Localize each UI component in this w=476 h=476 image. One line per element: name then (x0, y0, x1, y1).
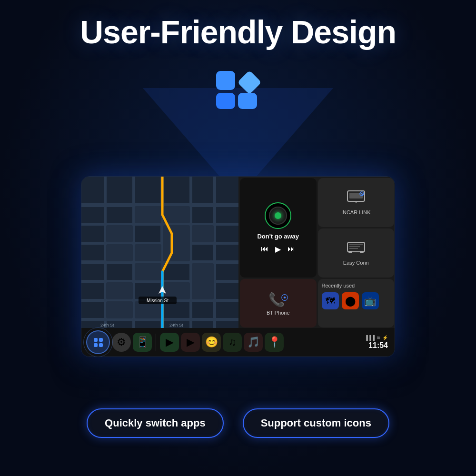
taskbar-nav[interactable]: 📍 (265, 333, 284, 352)
taskbar-settings[interactable]: ⚙ (112, 333, 131, 352)
spotify-dot (275, 212, 281, 219)
easy-conn-icon (347, 240, 366, 258)
svg-rect-19 (135, 206, 161, 223)
track-name: Don't go away (257, 233, 299, 240)
svg-rect-1 (238, 70, 262, 95)
recent-apps-list: 🗺 ⬤ 📺 (322, 292, 391, 309)
easy-conn-label: Easy Conn (343, 260, 369, 266)
svg-rect-22 (163, 225, 190, 261)
wifi-icon: ≋ (377, 335, 380, 340)
bt-phone-label: BT Phone (267, 310, 290, 316)
recent-app-chrome[interactable]: ⬤ (342, 292, 359, 309)
easy-conn-card[interactable]: Easy Conn (318, 228, 395, 278)
media-controls: ⏮ ▶ ⏭ (261, 245, 295, 254)
home-dot-4 (99, 343, 103, 347)
home-grid-icon (94, 338, 103, 347)
spotify-inner (269, 207, 287, 225)
svg-text:Mission St: Mission St (147, 298, 169, 303)
play-button[interactable]: ▶ (275, 245, 281, 254)
svg-rect-20 (135, 244, 161, 261)
incar-label: INCAR LINK (341, 209, 371, 215)
svg-rect-27 (192, 263, 214, 299)
taskbar-youtube[interactable]: ▶ (181, 333, 200, 352)
spotify-card: Don't go away ⏮ ▶ ⏭ (240, 178, 317, 278)
car-screen: Mission St 24th St 24th St Don't go away… (81, 176, 395, 357)
incar-card[interactable]: INCAR LINK (318, 178, 395, 227)
feature-badges-row: Quickly switch apps Support custom icons (0, 408, 476, 438)
bluetooth-icon: ⚡ (382, 335, 388, 340)
recent-app-tv[interactable]: 📺 (362, 292, 379, 309)
home-dot-3 (94, 343, 98, 347)
svg-rect-25 (135, 263, 161, 280)
home-dot-1 (94, 338, 98, 342)
home-button[interactable] (86, 330, 110, 354)
bt-icon-wrap: 📞 ⦿ (268, 291, 288, 308)
right-panel: Don't go away ⏮ ▶ ⏭ INCAR LINK (238, 177, 395, 329)
app-grid-icon (214, 69, 262, 111)
svg-rect-2 (216, 93, 235, 109)
svg-rect-18 (106, 244, 133, 261)
svg-rect-24 (106, 282, 133, 299)
taskbar-screen-mirror[interactable]: 📱 (133, 333, 152, 352)
next-button[interactable]: ⏭ (288, 245, 295, 253)
svg-rect-41 (347, 242, 365, 252)
svg-rect-45 (348, 251, 352, 253)
incar-icon (347, 190, 366, 208)
status-icons: ▐▐▐ ≋ ⚡ (365, 335, 388, 340)
recently-used-label: Recently used (322, 283, 391, 288)
svg-rect-17 (106, 225, 133, 242)
clock-display: 11:54 (368, 341, 388, 350)
map-svg: Mission St 24th St 24th St (81, 177, 238, 329)
svg-text:⦿: ⦿ (281, 294, 288, 302)
logo-container (214, 69, 262, 111)
taskbar-play-store[interactable]: ▶ (160, 333, 179, 352)
quickly-switch-badge: Quickly switch apps (87, 408, 224, 438)
bt-phone-card[interactable]: 📞 ⦿ BT Phone (240, 279, 317, 327)
page-title: User-Friendly Design (0, 13, 476, 50)
taskbar-emoji[interactable]: 😊 (202, 333, 221, 352)
taskbar: ⚙ 📱 ▶ ▶ 😊 ♫ 🎵 📍 ▐▐▐ ≋ ⚡ 11:54 (81, 328, 395, 357)
recent-app-maps[interactable]: 🗺 (322, 292, 339, 309)
recently-used-card: Recently used 🗺 ⬤ 📺 (318, 279, 395, 327)
map-area: Mission St 24th St 24th St (81, 177, 238, 329)
taskbar-music[interactable]: 🎵 (244, 333, 263, 352)
svg-rect-3 (238, 93, 257, 109)
home-dot-2 (99, 338, 103, 342)
svg-rect-46 (360, 251, 364, 253)
custom-icons-badge: Support custom icons (243, 408, 389, 438)
prev-button[interactable]: ⏮ (261, 245, 268, 253)
svg-rect-23 (192, 225, 214, 242)
svg-rect-28 (106, 301, 133, 318)
svg-text:24th St: 24th St (169, 323, 183, 327)
taskbar-time-area: ▐▐▐ ≋ ⚡ 11:54 (365, 335, 391, 350)
svg-rect-21 (163, 206, 190, 223)
svg-text:24th St: 24th St (100, 323, 114, 327)
spotify-icon (265, 202, 291, 229)
taskbar-separator (156, 334, 156, 351)
signal-icon: ▐▐▐ (365, 335, 375, 340)
taskbar-spotify[interactable]: ♫ (223, 333, 242, 352)
svg-rect-0 (216, 71, 235, 90)
